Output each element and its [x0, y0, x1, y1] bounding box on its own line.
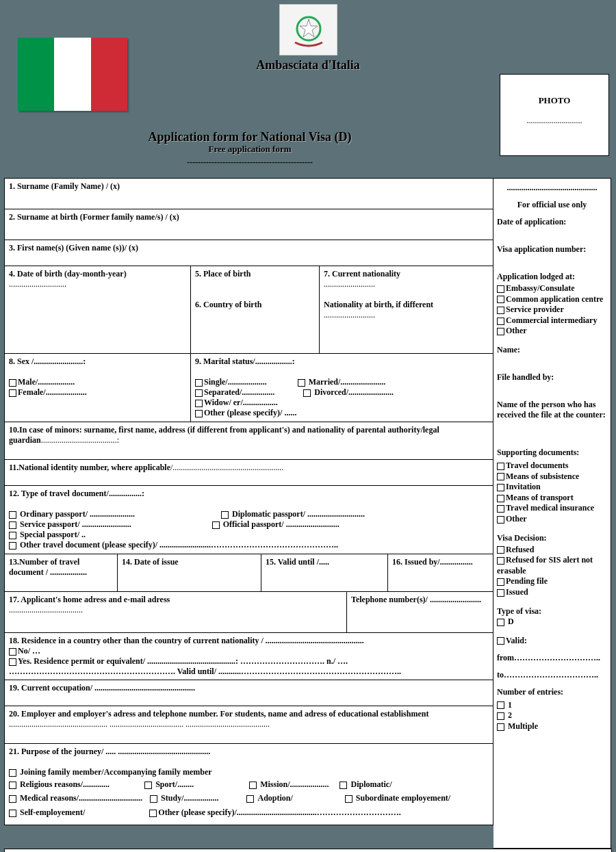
number-entries: Number of entries:	[497, 687, 607, 697]
lodged-at: Application lodged at:	[497, 272, 607, 282]
checkbox-valid[interactable]	[497, 637, 504, 645]
field-10-minors[interactable]: 10.In case of minors: surname, first nam…	[4, 422, 493, 459]
checkbox-adoption[interactable]	[246, 795, 254, 803]
checkbox-sd-medical[interactable]	[497, 505, 504, 513]
field-3-first-name[interactable]: 3. First name(s) (Given name (s))/ (x)	[4, 240, 493, 266]
field-16-doc-by[interactable]: 16. Issued by/................	[387, 554, 493, 591]
checkbox-married[interactable]	[298, 379, 305, 387]
checkbox-single[interactable]	[195, 379, 203, 387]
checkbox-religious[interactable]	[9, 782, 16, 789]
field-13-doc-number[interactable]: 13.Number of travel document / .........…	[4, 554, 117, 591]
checkbox-refused-sis[interactable]	[497, 557, 504, 565]
checkbox-self[interactable]	[9, 810, 16, 817]
checkbox-common[interactable]	[497, 296, 504, 303]
checkbox-male[interactable]	[9, 379, 16, 387]
checkbox-lodged-other[interactable]	[497, 328, 504, 335]
visa-app-number: Visa application number:	[497, 244, 607, 255]
field-12-travel-doc[interactable]: 12. Type of travel document/............…	[4, 485, 493, 554]
field-17b-telephone[interactable]: Telephone number(s)/ ...................…	[346, 591, 493, 632]
checkbox-entries-m[interactable]	[497, 723, 504, 731]
photo-box: PHOTO ...........................	[500, 74, 609, 156]
field-19-occupation[interactable]: 19. Current occupation/ ................…	[4, 680, 493, 706]
footnote: (x) Fields 1-3 shall be filled in in acc…	[4, 849, 612, 852]
checkbox-purpose-other[interactable]	[149, 810, 157, 817]
checkbox-sd-inv[interactable]	[497, 484, 504, 491]
field-4-dob[interactable]: 4. Date of birth (day-month-year) ......…	[4, 266, 190, 353]
type-of-visa: Type of visa:	[497, 606, 607, 617]
checkbox-marital-other[interactable]	[195, 410, 203, 417]
checkbox-subordinate[interactable]	[345, 795, 352, 803]
visa-decision: Visa Decision:	[497, 533, 607, 543]
checkbox-pending[interactable]	[497, 578, 504, 586]
form-subtitle: Free application form	[0, 144, 500, 155]
checkbox-sd-other[interactable]	[497, 516, 504, 524]
field-14-doc-issue[interactable]: 14. Date of issue	[117, 554, 261, 591]
checkbox-medical[interactable]	[9, 795, 16, 803]
field-1-surname[interactable]: 1. Surname (Family Name) / (x)	[4, 178, 493, 209]
file-handled: File handled by:	[497, 372, 607, 383]
field-18-residence[interactable]: 18. Residence in a country other than th…	[4, 632, 493, 680]
field-9-marital[interactable]: 9. Marital status/..................: Si…	[190, 353, 493, 422]
header-dots: ----------------------------------------…	[0, 157, 500, 168]
field-15-doc-valid[interactable]: 15. Valid until /.....	[261, 554, 387, 591]
checkbox-diplomatic[interactable]	[339, 782, 347, 789]
checkbox-ordinary[interactable]	[9, 511, 16, 519]
ambasciata-title: Ambasciata d'Italia	[0, 58, 616, 73]
checkbox-entries-1[interactable]	[497, 701, 504, 709]
field-8-sex[interactable]: 8. Sex /........................: Male/.…	[4, 353, 190, 422]
photo-dots: ...........................	[500, 116, 608, 126]
flag-italy	[18, 38, 127, 111]
field-7-nationality[interactable]: 7. Current nationality .................…	[319, 266, 493, 353]
checkbox-res-yes[interactable]	[9, 658, 16, 666]
field-11-id-number[interactable]: 11.National identity number, where appli…	[4, 459, 493, 485]
checkbox-joining[interactable]	[9, 769, 16, 777]
valid-label: Valid:	[506, 636, 527, 645]
checkbox-official[interactable]	[212, 521, 220, 529]
field-20-employer[interactable]: 20. Employer and employer's adress and t…	[4, 706, 493, 743]
field-21-purpose[interactable]: 21. Purpose of the journey/ ..... ......…	[4, 743, 493, 825]
checkbox-sd-transport[interactable]	[497, 495, 504, 502]
valid-to: to……………………………..	[497, 670, 607, 680]
date-of-application: Date of application:	[497, 217, 607, 227]
checkbox-res-no[interactable]	[9, 648, 16, 656]
form-title: Application form for National Visa (D)	[0, 130, 500, 144]
checkbox-provider[interactable]	[497, 307, 504, 314]
checkbox-service[interactable]	[9, 521, 16, 529]
checkbox-special[interactable]	[9, 532, 16, 539]
checkbox-sport[interactable]	[144, 782, 152, 789]
emblem-icon	[288, 10, 329, 51]
svg-marker-1	[300, 19, 318, 37]
photo-label: PHOTO	[500, 95, 608, 106]
checkbox-diplomatic-pp[interactable]	[221, 511, 229, 519]
checkbox-sd-means[interactable]	[497, 473, 504, 480]
checkbox-issued[interactable]	[497, 589, 504, 597]
checkbox-mission[interactable]	[249, 782, 257, 789]
supporting-docs: Supporting documents:	[497, 448, 607, 458]
checkbox-female[interactable]	[9, 389, 16, 397]
checkbox-other-doc[interactable]	[9, 542, 16, 550]
checkbox-widow[interactable]	[195, 400, 203, 407]
side-name: Name:	[497, 345, 607, 355]
checkbox-commercial[interactable]	[497, 318, 504, 325]
checkbox-divorced[interactable]	[303, 389, 311, 397]
valid-from: from…………………………..	[497, 653, 607, 663]
checkbox-embassy[interactable]	[497, 285, 504, 293]
official-use-label: For official use only	[497, 200, 607, 210]
received-by: Name of the person who has received the …	[497, 400, 607, 420]
side-top-dots: ........................................…	[497, 183, 607, 193]
checkbox-type-d[interactable]	[497, 619, 504, 626]
emblem-italy	[279, 4, 337, 55]
checkbox-entries-2[interactable]	[497, 712, 504, 720]
field-5-6-birthplace[interactable]: 5. Place of birth 6. Country of birth	[190, 266, 319, 353]
checkbox-sd-travel[interactable]	[497, 463, 504, 470]
official-use-panel: ........................................…	[493, 178, 611, 849]
checkbox-study[interactable]	[150, 795, 157, 803]
checkbox-refused[interactable]	[497, 546, 504, 554]
checkbox-separated[interactable]	[195, 389, 203, 397]
field-17-address[interactable]: 17. Applicant's home adress and e-mail a…	[4, 591, 346, 632]
field-2-birth-surname[interactable]: 2. Surname at birth (Former family name/…	[4, 209, 493, 240]
